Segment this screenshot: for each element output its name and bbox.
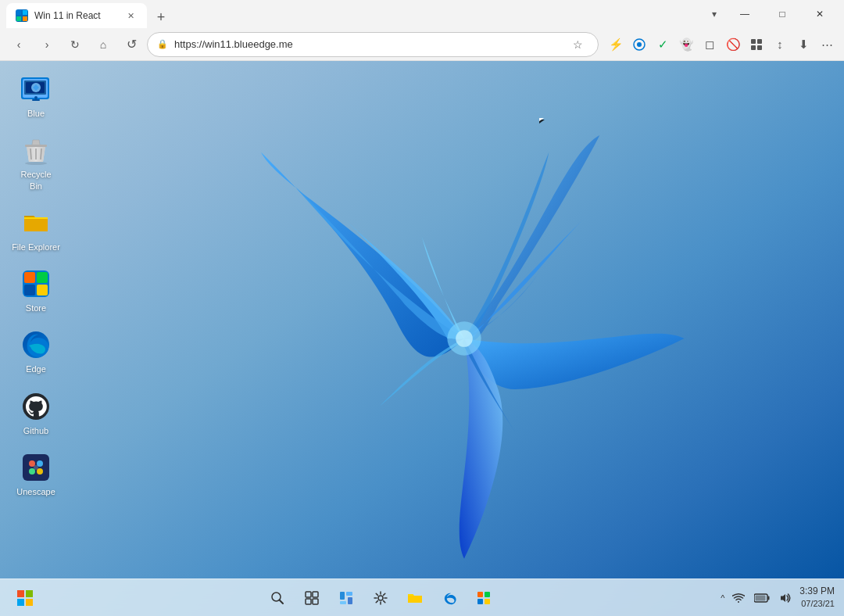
svg-rect-0: [16, 10, 21, 15]
svg-rect-56: [756, 595, 766, 600]
svg-rect-37: [17, 599, 24, 606]
svg-rect-35: [17, 590, 24, 597]
webpage-content: Blue Recy: [0, 61, 844, 616]
windows-logo-icon: [17, 590, 33, 606]
reload-button[interactable]: ↻: [63, 32, 88, 57]
toolbar-extensions-icon[interactable]: [746, 34, 767, 56]
bookmark-button[interactable]: ☆: [567, 34, 588, 56]
toolbar-ghost-icon[interactable]: 👻: [675, 34, 697, 56]
svg-rect-26: [37, 285, 48, 295]
home-button[interactable]: ⌂: [91, 32, 116, 57]
desktop-icon-store[interactable]: Store: [8, 263, 64, 318]
svg-rect-48: [348, 597, 352, 604]
tab-dropdown-button[interactable]: ▾: [702, 2, 727, 27]
unescape-icon-label: Unescape: [16, 486, 55, 497]
address-bar[interactable]: 🔒 https://win11.blueedge.me ☆: [147, 32, 599, 57]
toolbar-no-icon[interactable]: 🚫: [722, 34, 744, 56]
svg-point-33: [37, 468, 43, 475]
svg-rect-55: [768, 596, 770, 600]
browser-window: Win 11 in React ✕ + ▾ — □ ✕ ‹ › ↻ ⌂ ↺ 🔒 …: [0, 0, 844, 616]
back-button[interactable]: ‹: [6, 32, 31, 57]
minimize-button[interactable]: —: [727, 2, 763, 27]
svg-rect-21: [24, 219, 48, 231]
battery-icon: [754, 593, 770, 603]
forward-button[interactable]: ›: [34, 32, 59, 57]
store-taskbar-button[interactable]: [468, 582, 499, 614]
edge-taskbar-button[interactable]: [434, 582, 465, 614]
search-button[interactable]: [262, 582, 293, 614]
github-icon-image: [20, 391, 52, 422]
svg-rect-8: [751, 45, 756, 50]
edge-taskbar-icon: [442, 591, 456, 605]
file-explorer-taskbar-icon: [407, 591, 423, 605]
github-icon-label: Github: [23, 425, 48, 436]
svg-rect-1: [23, 10, 27, 15]
desktop-icon-recycle[interactable]: Recycle Bin: [8, 130, 64, 196]
store-taskbar-icon: [477, 591, 491, 605]
settings-taskbar-button[interactable]: [365, 582, 396, 614]
svg-rect-24: [37, 272, 48, 283]
edge-icon-image: [20, 329, 52, 360]
recycle-icon-label: Recycle Bin: [20, 169, 51, 192]
svg-point-19: [25, 162, 47, 165]
url-text: https://win11.blueedge.me: [174, 38, 560, 50]
battery-tray-icon[interactable]: [753, 589, 771, 607]
start-button[interactable]: [9, 582, 41, 614]
desktop-wallpaper: Blue Recy: [0, 61, 844, 616]
tray-chevron-button[interactable]: ^: [721, 593, 724, 603]
search-icon: [270, 591, 284, 605]
desktop-icon-explorer[interactable]: File Explorer: [8, 202, 64, 257]
store-icon-image: [20, 268, 52, 299]
tab-close-button[interactable]: ✕: [123, 9, 138, 23]
toolbar-copy-icon[interactable]: ◻: [699, 34, 721, 56]
file-explorer-taskbar-button[interactable]: [399, 582, 431, 614]
svg-point-5: [637, 42, 642, 47]
svg-rect-42: [313, 592, 318, 597]
store-icon-label: Store: [26, 303, 46, 313]
wifi-icon: [732, 593, 745, 603]
toolbar-copilot-icon[interactable]: [628, 34, 650, 56]
svg-rect-2: [16, 16, 21, 21]
desktop-icon-unescape[interactable]: Unescape: [8, 447, 64, 502]
active-tab[interactable]: Win 11 in React ✕: [6, 3, 147, 28]
svg-point-30: [29, 460, 35, 467]
tab-title: Win 11 in React: [34, 10, 117, 21]
tab-bar: Win 11 in React ✕ +: [6, 0, 702, 28]
wifi-tray-icon[interactable]: [729, 589, 748, 607]
desktop-icon-edge[interactable]: Edge: [8, 324, 64, 379]
new-tab-button[interactable]: +: [150, 6, 172, 28]
desktop-icons: Blue Recy: [8, 69, 64, 502]
svg-rect-47: [340, 601, 346, 604]
toolbar-lightning-icon[interactable]: ⚡: [605, 34, 627, 56]
system-clock[interactable]: 3:39 PM 07/23/21: [799, 585, 835, 610]
svg-rect-41: [306, 592, 311, 597]
taskbar-left: [9, 582, 41, 614]
svg-rect-45: [340, 592, 345, 600]
desktop-icon-blue[interactable]: Blue: [8, 69, 64, 124]
toolbar-screenshot-icon[interactable]: ↕: [769, 34, 791, 56]
unescape-icon-image: [20, 452, 52, 483]
desktop-icon-github[interactable]: Github: [8, 386, 64, 441]
svg-point-34: [34, 465, 38, 470]
task-view-icon: [305, 591, 319, 605]
explorer-icon-image: [20, 207, 52, 238]
task-view-button[interactable]: [296, 582, 327, 614]
taskbar: ^: [0, 578, 844, 616]
widgets-button[interactable]: [331, 582, 362, 614]
explorer-icon-label: File Explorer: [12, 242, 60, 252]
svg-rect-9: [757, 45, 762, 50]
svg-line-40: [280, 600, 284, 603]
svg-rect-43: [306, 599, 311, 604]
svg-point-31: [37, 460, 43, 467]
toolbar-menu-button[interactable]: ⋯: [816, 34, 838, 56]
toolbar-download-icon[interactable]: ⬇: [792, 34, 814, 56]
svg-rect-36: [26, 590, 33, 597]
close-button[interactable]: ✕: [802, 2, 838, 27]
clock-time: 3:39 PM: [799, 585, 835, 598]
svg-rect-20: [25, 145, 47, 147]
svg-rect-50: [477, 592, 483, 597]
maximize-button[interactable]: □: [764, 2, 800, 27]
toolbar-check-icon[interactable]: ✓: [652, 34, 674, 56]
volume-tray-icon[interactable]: [776, 589, 795, 607]
history-back-button[interactable]: ↺: [119, 32, 144, 57]
